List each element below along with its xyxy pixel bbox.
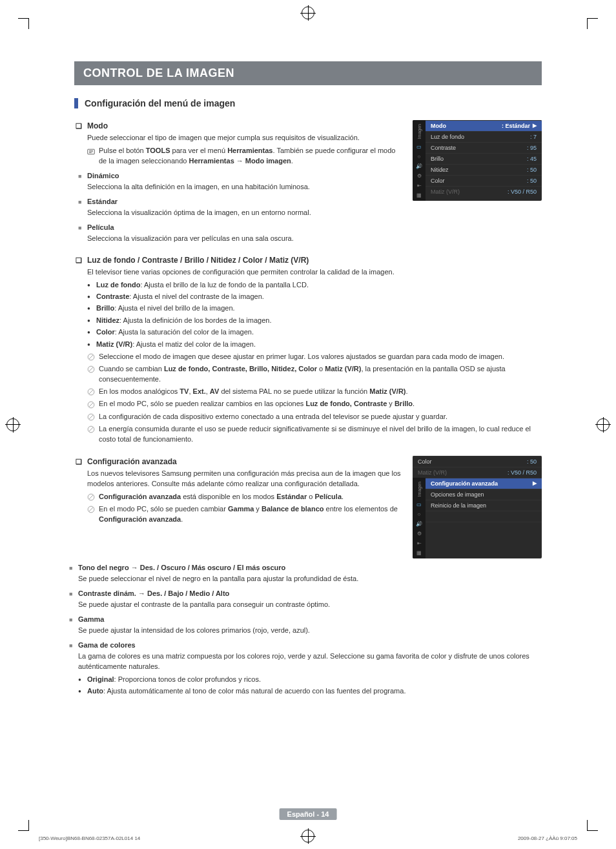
sub-gamma-text: Se puede ajustar la intensidad de los co… [78,626,542,636]
osd-row: Reinicio de la imagen [426,500,542,511]
avanzada-notes: Configuración avanzada está disponible e… [87,492,402,524]
osd-panel-avanzada: Color: 50 Matiz (V/R): V50 / R50 Imagen … [413,456,542,558]
luz-intro: El televisor tiene varias opciones de co… [87,267,542,278]
input-icon: ⇤ [417,183,422,189]
osd-row: Color: 50 [426,175,542,186]
note-icon [87,399,95,409]
section-accent-bar [74,98,78,108]
registration-mark-icon [597,418,610,431]
sub-tono-negro-text: Se puede seleccionar el nivel de negro e… [78,574,542,584]
osd-row: Matiz (V/R): V50 / R50 [426,186,542,197]
note-icon [87,424,95,434]
avanzada-intro: Los nuevos televisores Samsung permiten … [87,469,402,489]
sub-gama-colores: Gama de colores [78,641,542,649]
sub-estandar-text: Selecciona la visualización óptima de la… [87,208,402,218]
note-icon [87,412,95,422]
section-banner: CONTROL DE LA IMAGEN [74,61,542,85]
page-number: Español - 14 [280,808,337,820]
gama-bullets: Original: Proporciona tonos de color pro… [78,675,542,697]
monitor-icon: ▭ [416,144,422,150]
modo-tools-note: Pulse el botón TOOLS para ver el menú He… [87,146,402,167]
osd-row-modo: Modo : Estándar ▶ [426,120,542,131]
gear-icon: ⚙ [417,173,422,179]
sub-pelicula: Película [87,223,402,231]
app-icon: ▦ [416,550,422,556]
luz-bullet-list: Luz de fondo: Ajusta el brillo de la luz… [87,280,542,349]
osd-row: Color: 50 [413,456,542,467]
note-icon [87,352,95,362]
osd-row: Contraste: 95 [426,142,542,153]
gear-icon: ⚙ [417,531,422,537]
registration-mark-icon [6,418,19,431]
speaker-icon: 🔊 [416,521,422,527]
monitor-icon: ▭ [416,502,422,507]
osd-row: Opciones de imagen [426,489,542,500]
registration-mark-icon [302,830,314,843]
heading-modo: ❏ Modo [87,121,402,130]
osd-row: Luz de fondo: 7 [426,131,542,142]
note-icon [87,504,95,514]
osd-side-label: Imagen [417,480,422,498]
circle-icon: ○ [418,511,421,517]
sub-contraste-dinam-text: Se puede ajustar el contraste de la pant… [78,600,542,610]
sub-estandar: Estándar [87,198,402,205]
osd-row: Nitidez: 50 [426,164,542,175]
sub-contraste-dinam: Contraste dinám. → Des. / Bajo / Medio /… [78,589,542,597]
luz-notes: Seleccione el modo de imagen que desee a… [87,352,542,444]
footer-left: [350-Weuro]BN68-BN68-02357A-02L014 14 [39,835,140,841]
app-icon: ▦ [416,192,422,198]
osd-row: Brillo: 45 [426,153,542,164]
osd-row [426,522,542,533]
osd-panel-imagen: Imagen ▭ ○ 🔊 ⚙ ⇤ ▦ Modo : Estándar [413,120,542,201]
heading-luz: ❏ Luz de fondo / Contraste / Brillo / Ni… [87,256,542,265]
sub-gamma: Gamma [78,615,542,623]
sub-dinamico-text: Selecciona la alta definición en la imag… [87,182,402,192]
tools-icon [87,147,95,157]
speaker-icon: 🔊 [416,163,422,169]
osd-row-avanzada: Configuración avanzada ▶ [426,478,542,489]
circle-icon: ○ [418,154,421,159]
sub-gama-colores-text: La gama de colores es una matriz compues… [78,651,542,672]
note-icon [87,492,95,502]
footer-right: 2009-08-27 ¿ÀÀü 9:07:05 [518,835,577,841]
heading-avanzada: ❏ Configuración avanzada [87,457,402,466]
note-icon [87,364,95,374]
input-icon: ⇤ [417,540,422,546]
sub-pelicula-text: Selecciona la visualización para ver pel… [87,234,402,244]
osd-row [426,511,542,522]
arrow-right-icon: ▶ [533,123,537,129]
modo-intro: Puede seleccionar el tipo de imagen que … [87,133,402,143]
arrow-right-icon: ▶ [533,480,537,487]
sub-dinamico: Dinámico [87,172,402,179]
section-title: Configuración del menú de imagen [85,98,235,108]
osd-side-label: Imagen [417,123,422,140]
sub-tono-negro: Tono del negro → Des. / Oscuro / Más osc… [78,564,542,571]
note-icon [87,387,95,396]
registration-mark-icon [302,6,314,19]
osd-row: Matiz (V/R): V50 / R50 [413,467,542,478]
